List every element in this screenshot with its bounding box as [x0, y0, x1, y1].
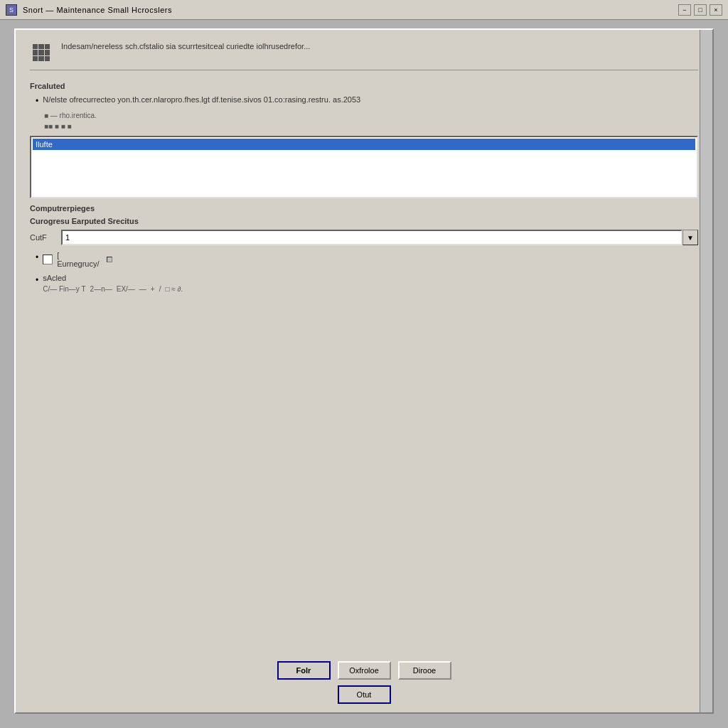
- combo-row: CutF 1 ▼: [30, 230, 698, 245]
- list-item-1[interactable]: [33, 150, 695, 153]
- header-section: Indesam/nereless sch.cfstalio sia scurrt…: [30, 41, 698, 70]
- ctrl-item-1: C/— Fin—y T: [43, 285, 85, 293]
- dialog-window: Indesam/nereless sch.cfstalio sia scurrt…: [14, 28, 714, 714]
- header-icon: [30, 41, 53, 64]
- checkbox-bullet-dot: •: [36, 252, 38, 262]
- minimize-button[interactable]: −: [678, 4, 691, 16]
- checkbox-row-1: [ Eurnegrucy/: [43, 251, 112, 268]
- button-row-2: Otut: [338, 685, 391, 704]
- combo-container: 1 ▼: [61, 230, 698, 245]
- bullet-dot-1: •: [36, 96, 38, 106]
- list-box[interactable]: Ilufte: [30, 136, 698, 198]
- ctrl-item-5: +: [151, 285, 155, 293]
- ctrl-item-2: 2—n—: [90, 285, 112, 293]
- combo-input[interactable]: 1: [61, 230, 682, 245]
- dialog-content: Indesam/nereless sch.cfstalio sia scurrt…: [16, 30, 712, 677]
- btn-dirooe[interactable]: Dirooe: [398, 661, 451, 680]
- close-button[interactable]: ×: [710, 4, 722, 16]
- bullet-item-1: • N/elste ofrecurrecteo yon.th.cer.nlaro…: [30, 95, 698, 106]
- add-controls-row: C/— Fin—y T 2—n— EX/— — + / □ ≈ ∂.: [43, 285, 183, 293]
- section2-label: Computrerpieges: [30, 204, 698, 213]
- checkbox-1[interactable]: [43, 255, 53, 264]
- title-bar-text: Snort — Maintenance Small Hcrocslers: [23, 6, 172, 14]
- ctrl-item-7: □ ≈ ∂.: [165, 285, 183, 293]
- bullet2-content: sAcled C/— Fin—y T 2—n— EX/— — + / □ ≈ ∂…: [43, 274, 183, 293]
- checkbox-track-1: [107, 257, 112, 262]
- grid-icon: [33, 44, 50, 61]
- section1-label: Frcaluted: [30, 82, 698, 90]
- ctrl-item-3: EX/—: [117, 285, 135, 293]
- btn-oxfroloe[interactable]: Oxfroloe: [338, 661, 391, 680]
- bullet2-label: sAcled: [43, 274, 183, 282]
- ctrl-item-4: —: [139, 285, 146, 293]
- section3-label: Curogresu Earputed Srecitus: [30, 217, 698, 225]
- sub-label-2: ■■ ■ ■ ■: [44, 122, 698, 130]
- title-bar-controls: − □ ×: [678, 4, 722, 16]
- bullet-text-1: N/elste ofrecurrecteo yon.th.cer.nlaropr…: [43, 95, 360, 105]
- maximize-button[interactable]: □: [694, 4, 707, 16]
- ctrl-item-6: /: [159, 285, 161, 293]
- bullet-item-2: • sAcled C/— Fin—y T 2—n— EX/— — + / □ ≈…: [30, 274, 698, 293]
- app-icon: S: [6, 4, 17, 16]
- combo-label: CutF: [30, 233, 58, 242]
- btn-otut[interactable]: Otut: [338, 685, 391, 704]
- checkbox-bullet: • [ Eurnegrucy/: [30, 251, 698, 268]
- list-box-inner: Ilufte: [33, 139, 695, 196]
- list-item-0[interactable]: Ilufte: [33, 139, 695, 150]
- sub-label-1: ■ — rho.irentica.: [44, 112, 698, 119]
- title-bar: S Snort — Maintenance Small Hcrocslers −…: [0, 0, 728, 20]
- sub-controls: ■ — rho.irentica. ■■ ■ ■ ■: [30, 112, 698, 130]
- bullet-dot-2: •: [36, 275, 38, 285]
- header-description: Indesam/nereless sch.cfstalio sia scurrt…: [61, 41, 310, 52]
- combo-dropdown-btn[interactable]: ▼: [682, 230, 698, 245]
- right-scrollbar[interactable]: [700, 30, 712, 712]
- btn-folr[interactable]: Folr: [277, 661, 331, 680]
- bottom-buttons: Folr Oxfroloe Dirooe Otut: [16, 661, 712, 704]
- button-row-1: Folr Oxfroloe Dirooe: [277, 661, 451, 680]
- checkbox-label-1: [ Eurnegrucy/: [57, 251, 99, 268]
